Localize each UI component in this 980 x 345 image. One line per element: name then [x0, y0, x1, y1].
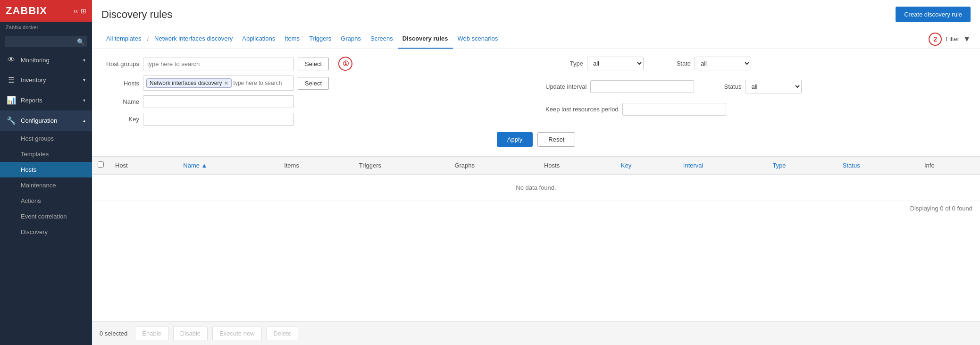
type-select[interactable]: all: [587, 57, 644, 70]
key-label: Key: [101, 116, 139, 123]
circle-badge-2[interactable]: 2: [929, 33, 942, 46]
type-field: Type all: [545, 57, 644, 70]
sidebar-item-host-groups[interactable]: Host groups: [0, 131, 92, 146]
grid-icon[interactable]: ⊞: [81, 7, 86, 15]
sidebar-item-configuration[interactable]: 🔧 Configuration ▴: [0, 110, 92, 131]
disable-button[interactable]: Disable: [173, 327, 208, 340]
hosts-field: Hosts Network interfaces discovery × Sel…: [101, 76, 329, 91]
sidebar-item-event-correlation[interactable]: Event correlation: [0, 209, 92, 224]
tab-items[interactable]: Items: [280, 29, 304, 49]
sidebar-nav: 👁 Monitoring ▾ ☰ Inventory ▾ 📊 Reports ▾…: [0, 50, 92, 345]
status-field: Status all: [704, 80, 802, 93]
host-groups-field: Host groups Select: [101, 58, 329, 70]
sidebar-item-maintenance[interactable]: Maintenance: [0, 177, 92, 193]
tab-graphs[interactable]: Graphs: [336, 29, 366, 49]
logo-text: ZABBIX: [6, 5, 47, 17]
no-data-row: No data found.: [92, 174, 980, 201]
main-content: Discovery rules Create discovery rule Al…: [92, 0, 980, 345]
col-status[interactable]: Status: [837, 157, 919, 174]
update-interval-field: Update interval: [545, 80, 694, 93]
tab-triggers[interactable]: Triggers: [304, 29, 336, 49]
configuration-icon: 🔧: [7, 116, 16, 125]
filter-section: Host groups Select ① Hosts Network inter…: [92, 49, 980, 157]
sidebar: ZABBIX ‹‹ ⊞ Zabbix docker 🔍 👁 Monitoring…: [0, 0, 92, 345]
create-discovery-rule-button[interactable]: Create discovery rule: [896, 7, 971, 22]
key-input[interactable]: [143, 113, 294, 126]
host-groups-select-button[interactable]: Select: [298, 58, 329, 70]
col-info: Info: [919, 157, 980, 174]
tab-screens[interactable]: Screens: [366, 29, 398, 49]
col-type[interactable]: Type: [767, 157, 837, 174]
delete-button[interactable]: Delete: [267, 327, 299, 340]
col-triggers: Triggers: [353, 157, 449, 174]
main-header: Discovery rules Create discovery rule: [92, 0, 980, 29]
host-tag-remove[interactable]: ×: [224, 80, 228, 86]
bottom-left: 0 selected Enable Disable Execute now De…: [100, 327, 298, 340]
tab-all-templates[interactable]: All templates: [101, 29, 146, 49]
name-field: Name: [101, 95, 294, 108]
status-select[interactable]: all: [745, 80, 802, 93]
tab-bar-left: All templates / Network interfaces disco…: [101, 29, 503, 49]
sidebar-subitem-label: Templates: [21, 151, 49, 158]
sidebar-subitem-label: Maintenance: [21, 182, 56, 189]
bottom-bar: 0 selected Enable Disable Execute now De…: [92, 321, 980, 345]
sidebar-item-label: Reports: [21, 97, 42, 104]
sidebar-item-inventory[interactable]: ☰ Inventory ▾: [0, 70, 92, 90]
collapse-icon[interactable]: ‹‹: [74, 7, 78, 15]
displaying-count: Displaying 0 of 0 found: [92, 201, 980, 216]
apply-button[interactable]: Apply: [497, 132, 533, 147]
sidebar-item-discovery[interactable]: Discovery: [0, 224, 92, 240]
tab-network-interfaces-discovery[interactable]: Network interfaces discovery: [150, 29, 237, 49]
selected-count: 0 selected: [100, 330, 127, 337]
keep-lost-input[interactable]: [622, 103, 726, 116]
filter-actions: Apply Reset: [101, 126, 971, 149]
name-label: Name: [101, 98, 139, 105]
state-select[interactable]: all: [695, 57, 751, 70]
page-title: Discovery rules: [101, 8, 172, 21]
col-name[interactable]: Name ▲: [177, 157, 278, 174]
sidebar-item-monitoring[interactable]: 👁 Monitoring ▾: [0, 50, 92, 70]
col-key[interactable]: Key: [615, 157, 678, 174]
keep-lost-label: Keep lost resources period: [545, 106, 619, 113]
status-label: Status: [704, 83, 741, 90]
hosts-input-wrap: Network interfaces discovery ×: [143, 76, 294, 91]
sidebar-subitem-label: Hosts: [21, 166, 36, 173]
logo-icons: ‹‹ ⊞: [74, 7, 86, 15]
keep-lost-field: Keep lost resources period: [545, 103, 726, 116]
hosts-label: Hosts: [101, 80, 139, 87]
chevron-down-icon: ▾: [83, 58, 85, 63]
sidebar-subitem-label: Actions: [21, 197, 41, 204]
tab-web-scenarios[interactable]: Web scenarios: [453, 29, 503, 49]
hosts-search-input[interactable]: [234, 80, 291, 86]
execute-now-button[interactable]: Execute now: [212, 327, 261, 340]
enable-button[interactable]: Enable: [135, 327, 168, 340]
table-section: Host Name ▲ Items Triggers Graphs Hosts …: [92, 157, 980, 321]
type-label: Type: [545, 60, 583, 67]
host-groups-input[interactable]: [143, 58, 294, 70]
breadcrumb-separator: /: [147, 35, 149, 42]
sidebar-item-hosts[interactable]: Hosts: [0, 162, 92, 177]
col-interval[interactable]: Interval: [678, 157, 767, 174]
chevron-down-icon: ▾: [83, 98, 85, 103]
host-tag: Network interfaces discovery ×: [146, 78, 232, 88]
sidebar-item-actions[interactable]: Actions: [0, 193, 92, 209]
sidebar-item-reports[interactable]: 📊 Reports ▾: [0, 90, 92, 110]
hosts-select-button[interactable]: Select: [298, 77, 329, 90]
reset-button[interactable]: Reset: [537, 132, 575, 147]
name-input[interactable]: [143, 95, 294, 108]
select-all-checkbox[interactable]: [98, 161, 104, 168]
chevron-down-icon: ▾: [83, 77, 85, 83]
sidebar-item-label: Inventory: [21, 76, 46, 84]
filter-icon[interactable]: ▼: [963, 35, 971, 43]
tab-discovery-rules[interactable]: Discovery rules: [398, 29, 453, 49]
reports-icon: 📊: [7, 96, 16, 105]
state-field: State all: [653, 57, 751, 70]
sidebar-logo: ZABBIX ‹‹ ⊞: [0, 0, 92, 22]
sidebar-subitem-label: Event correlation: [21, 213, 67, 220]
sidebar-item-templates[interactable]: Templates: [0, 146, 92, 162]
update-interval-input[interactable]: [590, 80, 694, 93]
sidebar-item-label: Configuration: [21, 117, 57, 124]
table-header-row: Host Name ▲ Items Triggers Graphs Hosts …: [92, 157, 980, 174]
tab-applications[interactable]: Applications: [237, 29, 280, 49]
sidebar-search-input[interactable]: [5, 36, 87, 47]
